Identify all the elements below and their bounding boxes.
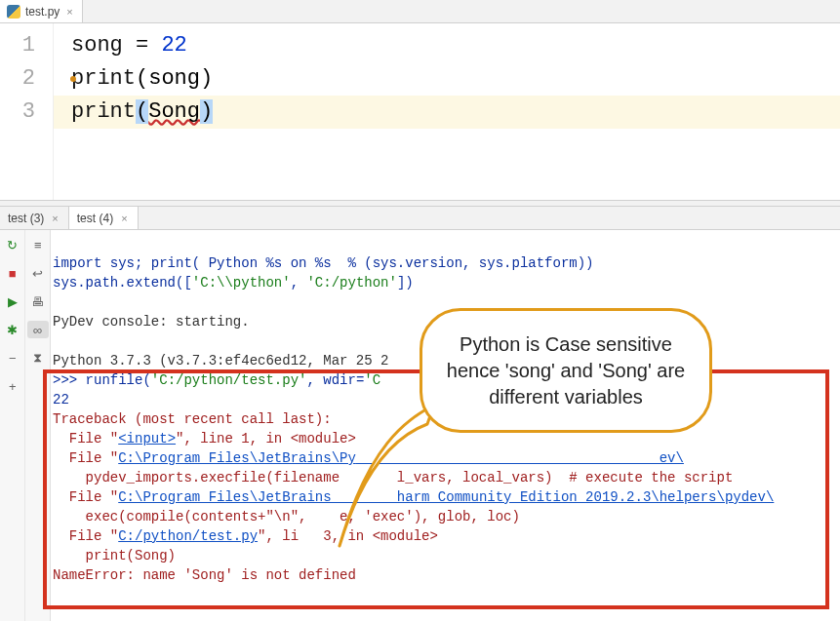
traceback-line: exec(compile(contents+"\n", e, 'exec'), …	[53, 509, 520, 524]
traceback-link[interactable]: <input>	[118, 431, 176, 446]
unresolved-reference: Song	[148, 99, 200, 124]
rerun-icon[interactable]: ↻	[4, 236, 21, 253]
traceback-link[interactable]: C:\Program Files\JetBrains harm Communit…	[118, 489, 774, 505]
code-line[interactable]: song = 22	[71, 29, 840, 62]
editor-tab-bar: test.py ×	[0, 0, 840, 23]
filter-icon[interactable]: ≡	[29, 236, 47, 253]
annotation-callout: Python is Case sensitive hence 'song' an…	[420, 308, 712, 433]
traceback-link[interactable]: C:\Program Files\JetBrains\Py	[118, 450, 356, 466]
soft-wrap-icon[interactable]: ↩	[29, 264, 47, 282]
console-line: 22	[53, 392, 69, 408]
python-file-icon	[7, 5, 20, 19]
code-line[interactable]: print(song)	[71, 62, 840, 96]
console-line: import sys; print( Python %s on %s % (sy…	[53, 255, 594, 271]
callout-text: Python is Case sensitive hence 'song' an…	[444, 331, 688, 410]
console-prompt-line: >>> runfile('C:/python/test.py', wdir='C	[53, 372, 380, 388]
print-icon[interactable]: 🖶	[29, 292, 47, 310]
console-line: PyDev console: starting.	[53, 314, 250, 330]
warning-marker-icon[interactable]	[70, 76, 76, 82]
line-number: 1	[0, 29, 35, 62]
traceback-error: NameError: name 'Song' is not defined	[53, 567, 356, 583]
stop-icon[interactable]: ■	[4, 264, 21, 282]
traceback-line: print(Song)	[53, 548, 176, 563]
code-content[interactable]: song = 22 print(song) print(Song)	[54, 23, 840, 200]
line-number-gutter: 1 2 3	[0, 23, 54, 200]
line-number: 3	[0, 96, 35, 129]
close-icon[interactable]: ×	[50, 213, 60, 224]
console-tab-bar: test (3) × test (4) ×	[0, 207, 840, 230]
console-tab-label: test (3)	[8, 212, 44, 225]
traceback-line: Traceback (most recent call last):	[53, 411, 332, 427]
add-icon[interactable]: +	[4, 377, 21, 395]
close-icon[interactable]: ×	[64, 6, 74, 18]
code-editor[interactable]: 1 2 3 song = 22 print(song) print(Song)	[0, 23, 840, 201]
history-icon[interactable]: ⧗	[29, 349, 47, 367]
remove-icon[interactable]: −	[4, 349, 21, 367]
traceback-link[interactable]: C:/python/test.py	[118, 528, 258, 544]
console-line: sys.path.extend(['C:\\python', 'C:/pytho…	[53, 275, 414, 291]
callout-tail	[322, 390, 439, 556]
traceback-line: File "<input>", line 1, in <module>	[53, 431, 356, 446]
debug-icon[interactable]: ✱	[4, 321, 21, 338]
console-tab-2[interactable]: test (4) ×	[69, 207, 139, 229]
code-line-current[interactable]: print(Song)	[54, 96, 840, 129]
console-toolbar: ↻ ■ ▶ ✱ − + ≡ ↩ 🖶 ∞ ⧗	[0, 230, 51, 621]
show-vars-icon[interactable]: ∞	[27, 321, 49, 338]
run-icon[interactable]: ▶	[4, 292, 21, 310]
console-tab-1[interactable]: test (3) ×	[0, 207, 69, 229]
line-number: 2	[0, 62, 35, 96]
close-icon[interactable]: ×	[119, 213, 129, 224]
editor-tab-test-py[interactable]: test.py ×	[0, 0, 83, 22]
console-tab-label: test (4)	[77, 212, 113, 225]
editor-tab-label: test.py	[25, 5, 60, 19]
console-line: Python 3.7.3 (v3.7.3:ef4ec6ed12, Mar 25 …	[53, 353, 388, 369]
